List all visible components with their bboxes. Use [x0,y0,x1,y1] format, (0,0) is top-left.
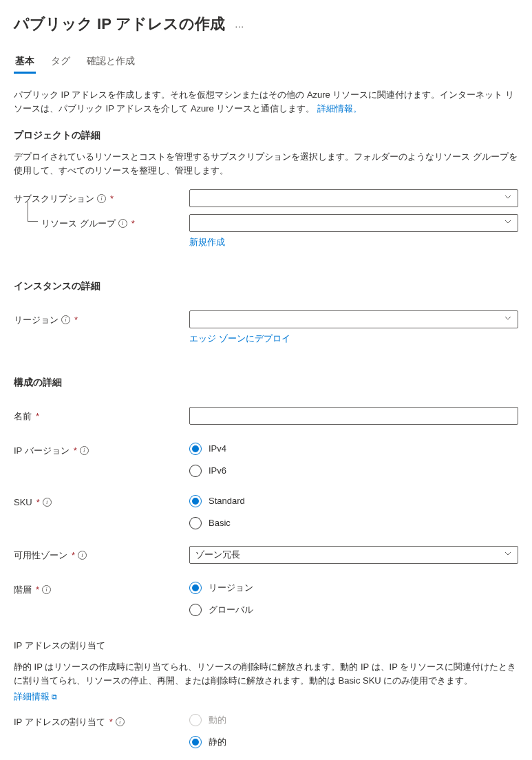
region-label: リージョン i * [14,310,189,326]
tabs: 基本 タグ 確認と作成 [14,51,518,74]
config-details-heading: 構成の詳細 [14,377,518,389]
availability-zone-dropdown[interactable]: ゾーン冗長 [189,546,518,564]
chevron-down-icon [504,218,512,228]
subscription-label: サブスクリプション i * [14,189,189,205]
availability-zone-label: 可用性ゾーン * i [14,546,189,562]
ip-static-radio[interactable]: 静的 [189,736,518,748]
name-label: 名前 * [14,407,189,423]
info-icon[interactable]: i [97,194,106,203]
ip-assignment-desc: 静的 IP はリソースの作成時に割り当てられ、リソースの削除時に解放されます。動… [14,660,518,688]
create-new-resource-group-link[interactable]: 新規作成 [189,236,225,249]
tab-review-create[interactable]: 確認と作成 [85,51,136,74]
resource-group-dropdown[interactable] [189,214,518,232]
more-actions-icon[interactable]: … [232,19,247,30]
tier-region-radio[interactable]: リージョン [189,582,518,594]
tier-label: 階層 * i [14,580,189,596]
info-icon[interactable]: i [78,551,87,560]
ip-dynamic-radio: 動的 [189,714,518,726]
tab-basics[interactable]: 基本 [14,51,36,74]
info-icon[interactable]: i [118,219,127,228]
ipv4-radio[interactable]: IPv4 [189,443,518,455]
ipv6-radio[interactable]: IPv6 [189,465,518,477]
ip-version-label: IP バージョン * i [14,441,189,457]
info-icon[interactable]: i [61,315,70,324]
ip-assignment-label: IP アドレスの割り当て * i [14,712,189,728]
sku-basic-radio[interactable]: Basic [189,517,518,529]
tab-tags[interactable]: タグ [50,51,72,74]
deploy-edge-zone-link[interactable]: エッジ ゾーンにデプロイ [189,332,290,345]
chevron-down-icon [504,549,512,560]
chevron-down-icon [504,193,512,203]
info-icon[interactable]: i [42,585,51,594]
chevron-down-icon [504,314,512,324]
info-icon[interactable]: i [43,498,52,507]
intro-more-info-link[interactable]: 詳細情報。 [317,103,362,114]
project-details-desc: デプロイされているリソースとコストを管理するサブスクリプションを選択します。フォ… [14,150,518,178]
instance-details-heading: インスタンスの詳細 [14,280,518,293]
resource-group-label: リソース グループ i * [14,214,189,230]
page-title: パブリック IP アドレスの作成 [14,14,225,34]
external-link-icon: ⧉ [52,693,57,701]
intro-text: パブリック IP アドレスを作成します。それを仮想マシンまたはその他の Azur… [14,88,518,116]
name-input[interactable] [189,407,518,425]
subscription-dropdown[interactable] [189,189,518,207]
ip-assignment-heading: IP アドレスの割り当て [14,640,518,652]
project-details-heading: プロジェクトの詳細 [14,129,518,142]
sku-label: SKU * i [14,494,189,507]
region-dropdown[interactable] [189,310,518,328]
info-icon[interactable]: i [80,446,89,455]
ip-assignment-more-info-link[interactable]: 詳細情報⧉ [14,691,57,701]
info-icon[interactable]: i [116,717,125,726]
tier-global-radio[interactable]: グローバル [189,604,518,616]
sku-standard-radio[interactable]: Standard [189,495,518,507]
